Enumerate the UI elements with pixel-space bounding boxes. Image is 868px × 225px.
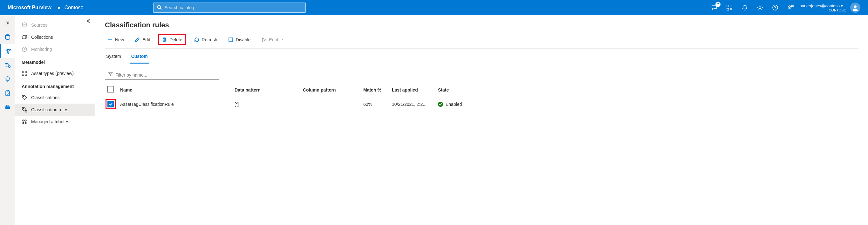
managed-attributes-icon (22, 119, 27, 125)
row-checkbox[interactable] (107, 101, 114, 107)
svg-point-10 (5, 34, 10, 36)
user-email: parkerjones@contoso.c... (799, 3, 846, 8)
svg-point-15 (8, 66, 10, 68)
notification-badge: 7 (715, 2, 720, 7)
svg-point-13 (8, 52, 9, 54)
toolbar: New Edit Delete Refresh Disable Enable (105, 34, 859, 48)
sidebar-item-classifications[interactable]: Classifications (15, 92, 95, 104)
tab-system[interactable]: System (105, 50, 122, 64)
sidebar-item-label: Collections (31, 35, 53, 40)
rail-icon-toolbox[interactable] (0, 100, 15, 114)
feedback-icon[interactable]: 7 (710, 4, 718, 11)
edit-button[interactable]: Edit (132, 35, 153, 44)
search-icon (157, 5, 162, 11)
filter-input[interactable] (115, 72, 216, 77)
rail-icon-graph[interactable] (0, 58, 15, 72)
cell-last-applied: 10/21/2021, 2:2... (389, 97, 435, 112)
col-name[interactable]: Name (118, 83, 232, 97)
classifications-icon (22, 95, 27, 100)
rail-icon-data[interactable] (0, 30, 15, 44)
icon-rail (0, 15, 15, 225)
svg-rect-23 (22, 74, 24, 76)
cell-data-pattern: [*] (232, 97, 300, 112)
sidebar-item-classification-rules[interactable]: Classification rules (15, 104, 95, 116)
gear-icon[interactable] (756, 4, 764, 11)
svg-point-25 (23, 96, 24, 97)
svg-rect-24 (25, 74, 27, 76)
svg-point-8 (788, 6, 790, 8)
user-block[interactable]: parkerjones@contoso.c... CONTOSO (799, 3, 860, 13)
rules-table: Name Data pattern Column pattern Match %… (105, 83, 859, 112)
sidebar-item-asset-types[interactable]: Asset types (preview) (15, 67, 95, 79)
bell-icon[interactable] (741, 4, 748, 11)
select-all-checkbox[interactable] (107, 86, 114, 93)
person-feedback-icon[interactable] (787, 4, 794, 11)
svg-rect-22 (25, 71, 27, 73)
monitoring-icon (22, 46, 27, 52)
col-last-applied[interactable]: Last applied (389, 83, 435, 97)
svg-rect-4 (727, 8, 729, 10)
svg-point-7 (775, 9, 776, 9)
sidebar-item-monitoring[interactable]: Monitoring (15, 43, 95, 55)
sidebar-item-label: Classification rules (31, 107, 68, 112)
plus-icon (107, 37, 113, 42)
rail-icon-pipeline[interactable] (0, 44, 15, 58)
svg-point-14 (5, 63, 8, 65)
rail-icon-lightbulb[interactable] (0, 72, 15, 86)
play-icon (261, 37, 266, 42)
breadcrumb-separator: ▶ (58, 5, 61, 10)
sidebar-item-managed-attributes[interactable]: Managed attributes (15, 116, 95, 128)
expand-rail-icon[interactable] (5, 20, 10, 26)
search-input[interactable] (164, 5, 302, 10)
svg-point-30 (23, 122, 24, 124)
avatar[interactable] (850, 3, 860, 13)
table-row[interactable]: AssetTagClassificationRule [*] 60% 10/21… (105, 97, 859, 112)
cell-column-pattern (300, 97, 361, 112)
tabs: System Custom (105, 50, 859, 64)
col-match[interactable]: Match % (361, 83, 389, 97)
header-actions: 7 (710, 4, 794, 11)
svg-point-9 (854, 5, 857, 8)
trash-icon (162, 37, 167, 42)
classification-rules-icon (22, 107, 27, 112)
pencil-icon (135, 37, 140, 42)
sidebar-item-sources[interactable]: Sources (15, 19, 95, 31)
svg-rect-16 (6, 91, 9, 96)
rail-icon-clipboard[interactable] (0, 86, 15, 100)
col-column-pattern[interactable]: Column pattern (300, 83, 361, 97)
sidebar-item-label: Asset types (preview) (31, 71, 74, 76)
disable-button[interactable]: Disable (226, 35, 253, 44)
svg-point-29 (25, 120, 26, 121)
help-icon[interactable] (771, 4, 779, 11)
svg-rect-21 (22, 71, 24, 73)
svg-rect-32 (229, 38, 232, 42)
svg-line-1 (160, 8, 161, 9)
main-content: Classification rules New Edit Delete Ref… (95, 15, 868, 225)
asset-types-icon (22, 70, 27, 76)
new-button[interactable]: New (105, 35, 126, 44)
filter-icon (108, 72, 113, 77)
svg-point-11 (6, 49, 7, 50)
col-data-pattern[interactable]: Data pattern (232, 83, 300, 97)
collapse-sidebar-icon[interactable] (86, 19, 91, 25)
svg-point-26 (23, 108, 24, 109)
filter-box[interactable] (105, 70, 219, 80)
svg-point-28 (23, 120, 24, 121)
refresh-button[interactable]: Refresh (192, 35, 220, 44)
svg-rect-2 (727, 5, 729, 7)
breadcrumb-item[interactable]: Contoso (64, 5, 84, 10)
sidebar: Sources Collections Monitoring Metamodel… (15, 15, 95, 225)
search-box[interactable] (153, 3, 306, 13)
col-state[interactable]: State (435, 83, 859, 97)
apps-icon[interactable] (725, 4, 733, 11)
svg-point-18 (23, 23, 26, 25)
delete-button[interactable]: Delete (158, 34, 186, 45)
svg-point-5 (759, 7, 761, 8)
cell-match: 60% (361, 97, 389, 112)
tab-custom[interactable]: Custom (130, 50, 149, 64)
user-tenant: CONTOSO (799, 8, 846, 12)
sidebar-item-collections[interactable]: Collections (15, 31, 95, 43)
brand-label: Microsoft Purview (8, 5, 52, 10)
sidebar-item-label: Monitoring (31, 47, 52, 52)
cell-name: AssetTagClassificationRule (118, 97, 232, 112)
